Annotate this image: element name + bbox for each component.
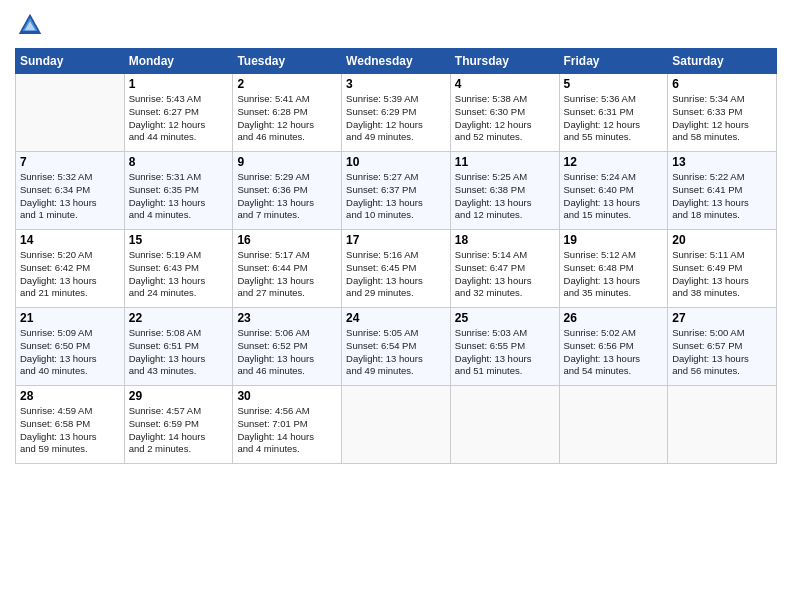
col-header-wednesday: Wednesday <box>342 49 451 74</box>
day-info: Sunrise: 5:32 AM Sunset: 6:34 PM Dayligh… <box>20 171 120 222</box>
day-info: Sunrise: 5:36 AM Sunset: 6:31 PM Dayligh… <box>564 93 664 144</box>
day-info: Sunrise: 5:27 AM Sunset: 6:37 PM Dayligh… <box>346 171 446 222</box>
day-number: 2 <box>237 77 337 91</box>
day-info: Sunrise: 5:20 AM Sunset: 6:42 PM Dayligh… <box>20 249 120 300</box>
calendar-cell <box>668 386 777 464</box>
calendar-cell: 29Sunrise: 4:57 AM Sunset: 6:59 PM Dayli… <box>124 386 233 464</box>
day-number: 19 <box>564 233 664 247</box>
col-header-saturday: Saturday <box>668 49 777 74</box>
logo-icon <box>15 10 45 40</box>
day-number: 21 <box>20 311 120 325</box>
day-number: 5 <box>564 77 664 91</box>
calendar-cell: 27Sunrise: 5:00 AM Sunset: 6:57 PM Dayli… <box>668 308 777 386</box>
day-number: 25 <box>455 311 555 325</box>
col-header-thursday: Thursday <box>450 49 559 74</box>
day-number: 10 <box>346 155 446 169</box>
calendar-cell: 18Sunrise: 5:14 AM Sunset: 6:47 PM Dayli… <box>450 230 559 308</box>
calendar-cell: 25Sunrise: 5:03 AM Sunset: 6:55 PM Dayli… <box>450 308 559 386</box>
day-info: Sunrise: 4:57 AM Sunset: 6:59 PM Dayligh… <box>129 405 229 456</box>
calendar-cell: 24Sunrise: 5:05 AM Sunset: 6:54 PM Dayli… <box>342 308 451 386</box>
calendar-cell <box>559 386 668 464</box>
day-info: Sunrise: 5:34 AM Sunset: 6:33 PM Dayligh… <box>672 93 772 144</box>
day-number: 9 <box>237 155 337 169</box>
calendar-cell: 17Sunrise: 5:16 AM Sunset: 6:45 PM Dayli… <box>342 230 451 308</box>
logo <box>15 10 47 40</box>
page-header <box>15 10 777 40</box>
calendar-cell: 11Sunrise: 5:25 AM Sunset: 6:38 PM Dayli… <box>450 152 559 230</box>
day-info: Sunrise: 5:17 AM Sunset: 6:44 PM Dayligh… <box>237 249 337 300</box>
day-number: 20 <box>672 233 772 247</box>
day-number: 13 <box>672 155 772 169</box>
week-row-2: 7Sunrise: 5:32 AM Sunset: 6:34 PM Daylig… <box>16 152 777 230</box>
day-number: 23 <box>237 311 337 325</box>
day-number: 3 <box>346 77 446 91</box>
day-number: 22 <box>129 311 229 325</box>
day-info: Sunrise: 5:41 AM Sunset: 6:28 PM Dayligh… <box>237 93 337 144</box>
calendar-cell: 13Sunrise: 5:22 AM Sunset: 6:41 PM Dayli… <box>668 152 777 230</box>
main-container: SundayMondayTuesdayWednesdayThursdayFrid… <box>0 0 792 474</box>
day-info: Sunrise: 5:39 AM Sunset: 6:29 PM Dayligh… <box>346 93 446 144</box>
day-info: Sunrise: 5:25 AM Sunset: 6:38 PM Dayligh… <box>455 171 555 222</box>
week-row-5: 28Sunrise: 4:59 AM Sunset: 6:58 PM Dayli… <box>16 386 777 464</box>
day-info: Sunrise: 5:08 AM Sunset: 6:51 PM Dayligh… <box>129 327 229 378</box>
day-number: 15 <box>129 233 229 247</box>
day-info: Sunrise: 5:14 AM Sunset: 6:47 PM Dayligh… <box>455 249 555 300</box>
calendar-cell: 3Sunrise: 5:39 AM Sunset: 6:29 PM Daylig… <box>342 74 451 152</box>
calendar-cell: 23Sunrise: 5:06 AM Sunset: 6:52 PM Dayli… <box>233 308 342 386</box>
calendar-cell: 21Sunrise: 5:09 AM Sunset: 6:50 PM Dayli… <box>16 308 125 386</box>
calendar-cell: 14Sunrise: 5:20 AM Sunset: 6:42 PM Dayli… <box>16 230 125 308</box>
day-number: 4 <box>455 77 555 91</box>
col-header-tuesday: Tuesday <box>233 49 342 74</box>
week-row-4: 21Sunrise: 5:09 AM Sunset: 6:50 PM Dayli… <box>16 308 777 386</box>
day-info: Sunrise: 5:09 AM Sunset: 6:50 PM Dayligh… <box>20 327 120 378</box>
day-info: Sunrise: 5:19 AM Sunset: 6:43 PM Dayligh… <box>129 249 229 300</box>
day-info: Sunrise: 5:38 AM Sunset: 6:30 PM Dayligh… <box>455 93 555 144</box>
calendar-cell <box>342 386 451 464</box>
day-number: 7 <box>20 155 120 169</box>
day-info: Sunrise: 5:05 AM Sunset: 6:54 PM Dayligh… <box>346 327 446 378</box>
day-number: 1 <box>129 77 229 91</box>
calendar-cell: 7Sunrise: 5:32 AM Sunset: 6:34 PM Daylig… <box>16 152 125 230</box>
col-header-friday: Friday <box>559 49 668 74</box>
day-number: 17 <box>346 233 446 247</box>
day-info: Sunrise: 5:00 AM Sunset: 6:57 PM Dayligh… <box>672 327 772 378</box>
calendar-cell: 6Sunrise: 5:34 AM Sunset: 6:33 PM Daylig… <box>668 74 777 152</box>
calendar-cell: 19Sunrise: 5:12 AM Sunset: 6:48 PM Dayli… <box>559 230 668 308</box>
day-info: Sunrise: 5:22 AM Sunset: 6:41 PM Dayligh… <box>672 171 772 222</box>
calendar-cell: 30Sunrise: 4:56 AM Sunset: 7:01 PM Dayli… <box>233 386 342 464</box>
calendar-cell: 12Sunrise: 5:24 AM Sunset: 6:40 PM Dayli… <box>559 152 668 230</box>
calendar-cell: 5Sunrise: 5:36 AM Sunset: 6:31 PM Daylig… <box>559 74 668 152</box>
day-info: Sunrise: 5:06 AM Sunset: 6:52 PM Dayligh… <box>237 327 337 378</box>
calendar-cell: 15Sunrise: 5:19 AM Sunset: 6:43 PM Dayli… <box>124 230 233 308</box>
calendar-cell: 20Sunrise: 5:11 AM Sunset: 6:49 PM Dayli… <box>668 230 777 308</box>
col-header-monday: Monday <box>124 49 233 74</box>
calendar-cell: 8Sunrise: 5:31 AM Sunset: 6:35 PM Daylig… <box>124 152 233 230</box>
calendar-cell: 28Sunrise: 4:59 AM Sunset: 6:58 PM Dayli… <box>16 386 125 464</box>
day-info: Sunrise: 5:03 AM Sunset: 6:55 PM Dayligh… <box>455 327 555 378</box>
day-info: Sunrise: 5:29 AM Sunset: 6:36 PM Dayligh… <box>237 171 337 222</box>
day-number: 8 <box>129 155 229 169</box>
calendar-cell <box>16 74 125 152</box>
day-info: Sunrise: 5:24 AM Sunset: 6:40 PM Dayligh… <box>564 171 664 222</box>
day-info: Sunrise: 5:43 AM Sunset: 6:27 PM Dayligh… <box>129 93 229 144</box>
calendar-header-row: SundayMondayTuesdayWednesdayThursdayFrid… <box>16 49 777 74</box>
day-info: Sunrise: 5:31 AM Sunset: 6:35 PM Dayligh… <box>129 171 229 222</box>
day-info: Sunrise: 5:12 AM Sunset: 6:48 PM Dayligh… <box>564 249 664 300</box>
calendar-table: SundayMondayTuesdayWednesdayThursdayFrid… <box>15 48 777 464</box>
day-info: Sunrise: 4:56 AM Sunset: 7:01 PM Dayligh… <box>237 405 337 456</box>
day-info: Sunrise: 5:11 AM Sunset: 6:49 PM Dayligh… <box>672 249 772 300</box>
day-number: 18 <box>455 233 555 247</box>
calendar-cell: 1Sunrise: 5:43 AM Sunset: 6:27 PM Daylig… <box>124 74 233 152</box>
calendar-cell: 2Sunrise: 5:41 AM Sunset: 6:28 PM Daylig… <box>233 74 342 152</box>
day-number: 12 <box>564 155 664 169</box>
day-number: 24 <box>346 311 446 325</box>
calendar-cell: 26Sunrise: 5:02 AM Sunset: 6:56 PM Dayli… <box>559 308 668 386</box>
calendar-cell: 4Sunrise: 5:38 AM Sunset: 6:30 PM Daylig… <box>450 74 559 152</box>
calendar-cell: 16Sunrise: 5:17 AM Sunset: 6:44 PM Dayli… <box>233 230 342 308</box>
calendar-cell <box>450 386 559 464</box>
day-info: Sunrise: 5:02 AM Sunset: 6:56 PM Dayligh… <box>564 327 664 378</box>
week-row-1: 1Sunrise: 5:43 AM Sunset: 6:27 PM Daylig… <box>16 74 777 152</box>
day-number: 26 <box>564 311 664 325</box>
calendar-cell: 22Sunrise: 5:08 AM Sunset: 6:51 PM Dayli… <box>124 308 233 386</box>
week-row-3: 14Sunrise: 5:20 AM Sunset: 6:42 PM Dayli… <box>16 230 777 308</box>
